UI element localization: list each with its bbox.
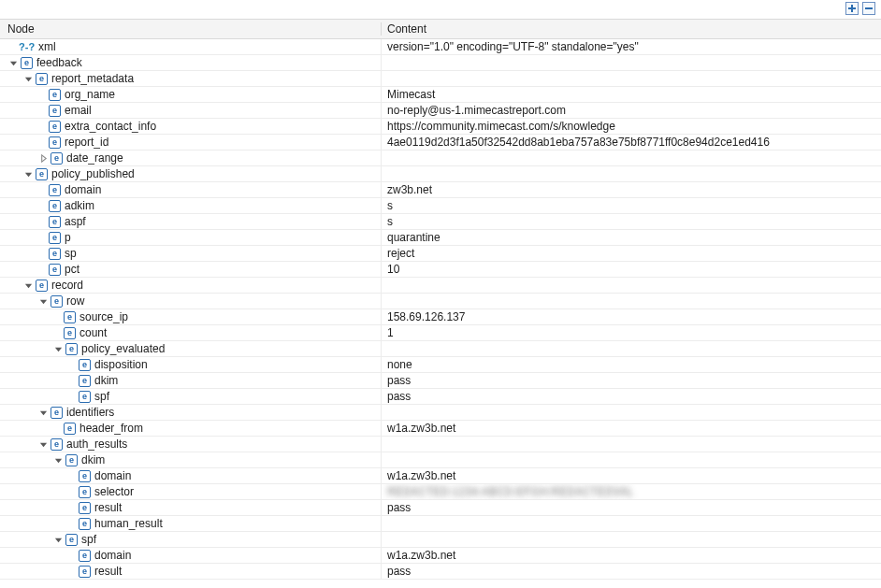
node-label: dkim bbox=[94, 373, 118, 388]
tree-row[interactable]: eheader_fromw1a.zw3b.net bbox=[0, 421, 881, 437]
collapse-toggle-icon[interactable] bbox=[7, 57, 19, 68]
tree-row[interactable]: espfpass bbox=[0, 389, 881, 405]
tree-row[interactable]: eauth_results bbox=[0, 437, 881, 452]
node-cell: edomain bbox=[0, 182, 382, 197]
node-cell: eidentifiers bbox=[0, 405, 382, 420]
collapse-all-button[interactable] bbox=[862, 2, 875, 15]
tree-row[interactable]: epolicy_published bbox=[0, 166, 881, 182]
node-cell: easpf bbox=[0, 214, 382, 229]
tree-row[interactable]: edispositionnone bbox=[0, 357, 881, 373]
collapse-toggle-icon[interactable] bbox=[52, 454, 64, 466]
tree-row[interactable]: eresultpass bbox=[0, 500, 881, 516]
content-cell bbox=[382, 278, 881, 293]
node-cell: edomain bbox=[0, 548, 382, 563]
node-cell: ereport_id bbox=[0, 135, 382, 150]
tree-row[interactable]: eadkims bbox=[0, 198, 881, 214]
node-label: dkim bbox=[81, 452, 105, 467]
tree-row[interactable]: epct10 bbox=[0, 262, 881, 278]
collapse-toggle-icon[interactable] bbox=[22, 168, 34, 179]
content-cell: w1a.zw3b.net bbox=[382, 548, 881, 563]
node-label: auth_results bbox=[66, 437, 127, 452]
tree-row[interactable]: ecount1 bbox=[0, 325, 881, 341]
node-cell: efeedback bbox=[0, 55, 382, 70]
node-cell: erecord bbox=[0, 278, 382, 293]
content-cell: Mimecast bbox=[382, 87, 881, 102]
element-icon: e bbox=[49, 89, 61, 101]
node-label: domain bbox=[94, 548, 131, 563]
tree-row[interactable]: eextra_contact_infohttps://community.mim… bbox=[0, 119, 881, 135]
element-icon: e bbox=[79, 359, 91, 371]
content-cell: s bbox=[382, 198, 881, 213]
collapse-toggle-icon[interactable] bbox=[37, 438, 49, 450]
tree-row[interactable]: ehuman_result bbox=[0, 516, 881, 532]
column-header-content[interactable]: Content bbox=[382, 22, 881, 36]
tree-row[interactable]: efeedback bbox=[0, 55, 881, 71]
collapse-toggle-icon[interactable] bbox=[22, 280, 34, 291]
tree-row[interactable]: easpfs bbox=[0, 214, 881, 230]
toolbar bbox=[845, 2, 875, 15]
node-cell: eselector bbox=[0, 484, 382, 499]
element-icon: e bbox=[49, 105, 61, 117]
node-cell: eresult bbox=[0, 500, 382, 515]
node-cell: espf bbox=[0, 389, 382, 404]
expand-all-button[interactable] bbox=[845, 2, 859, 15]
tree-row[interactable]: epolicy_evaluated bbox=[0, 341, 881, 357]
tree-row[interactable]: eorg_nameMimecast bbox=[0, 87, 881, 103]
tree-row[interactable]: epquarantine bbox=[0, 230, 881, 246]
node-cell: eorg_name bbox=[0, 87, 382, 102]
node-label: spf bbox=[81, 532, 96, 547]
tree-row[interactable]: espreject bbox=[0, 246, 881, 262]
content-cell bbox=[382, 516, 881, 531]
content-cell: no-reply@us-1.mimecastreport.com bbox=[382, 103, 881, 118]
node-label: sp bbox=[65, 246, 77, 261]
tree-row[interactable]: edomainw1a.zw3b.net bbox=[0, 468, 881, 484]
tree-row[interactable]: edomainzw3b.net bbox=[0, 182, 881, 198]
content-cell bbox=[382, 532, 881, 547]
node-cell: ereport_metadata bbox=[0, 71, 382, 86]
node-cell: edomain bbox=[0, 468, 382, 483]
tree-rows: ?‑?xmlversion="1.0" encoding="UTF-8" sta… bbox=[0, 39, 881, 580]
tree-row[interactable]: eresultpass bbox=[0, 564, 881, 580]
tree-row[interactable]: ?‑?xmlversion="1.0" encoding="UTF-8" sta… bbox=[0, 39, 881, 55]
collapse-toggle-icon[interactable] bbox=[52, 343, 64, 354]
node-label: record bbox=[51, 278, 83, 293]
tree-row[interactable]: erow bbox=[0, 294, 881, 309]
element-icon: e bbox=[64, 423, 76, 435]
node-label: result bbox=[94, 564, 122, 579]
tree-row[interactable]: edkim bbox=[0, 452, 881, 468]
collapse-toggle-icon[interactable] bbox=[37, 407, 49, 418]
tree-row[interactable]: eselectorREDACTED-1234-ABCD-EFGH-REDACTE… bbox=[0, 484, 881, 500]
content-cell: pass bbox=[382, 564, 881, 579]
node-cell: epct bbox=[0, 262, 382, 277]
tree-row[interactable]: eidentifiers bbox=[0, 405, 881, 421]
node-label: identifiers bbox=[66, 405, 114, 420]
node-cell: espf bbox=[0, 532, 382, 547]
tree-row[interactable]: ereport_id4ae0119d2d3f1a50f32542dd8ab1eb… bbox=[0, 135, 881, 151]
tree-row[interactable]: esource_ip158.69.126.137 bbox=[0, 309, 881, 325]
node-label: email bbox=[65, 103, 92, 118]
tree-row[interactable]: erecord bbox=[0, 278, 881, 294]
element-icon: e bbox=[49, 264, 61, 276]
node-label: domain bbox=[65, 182, 101, 197]
collapse-toggle-icon[interactable] bbox=[37, 295, 49, 307]
node-label: report_id bbox=[65, 135, 108, 150]
node-label: pct bbox=[65, 262, 79, 277]
node-label: org_name bbox=[65, 87, 115, 102]
element-icon: e bbox=[36, 73, 48, 85]
node-label: disposition bbox=[94, 357, 148, 372]
collapse-toggle-icon[interactable] bbox=[52, 534, 64, 545]
column-header-node[interactable]: Node bbox=[0, 22, 382, 36]
tree-row[interactable]: edomainw1a.zw3b.net bbox=[0, 548, 881, 564]
tree-row[interactable]: edate_range bbox=[0, 151, 881, 166]
tree-row[interactable]: espf bbox=[0, 532, 881, 548]
xml-tree-grid: Node Content ?‑?xmlversion="1.0" encodin… bbox=[0, 19, 881, 580]
tree-row[interactable]: eemailno-reply@us-1.mimecastreport.com bbox=[0, 103, 881, 119]
expand-toggle-icon[interactable] bbox=[37, 152, 49, 164]
tree-row[interactable]: ereport_metadata bbox=[0, 71, 881, 87]
content-cell: pass bbox=[382, 373, 881, 388]
tree-row[interactable]: edkimpass bbox=[0, 373, 881, 389]
element-icon: e bbox=[64, 327, 76, 339]
svg-rect-1 bbox=[848, 7, 856, 9]
collapse-toggle-icon[interactable] bbox=[22, 73, 34, 84]
content-cell bbox=[382, 294, 881, 308]
